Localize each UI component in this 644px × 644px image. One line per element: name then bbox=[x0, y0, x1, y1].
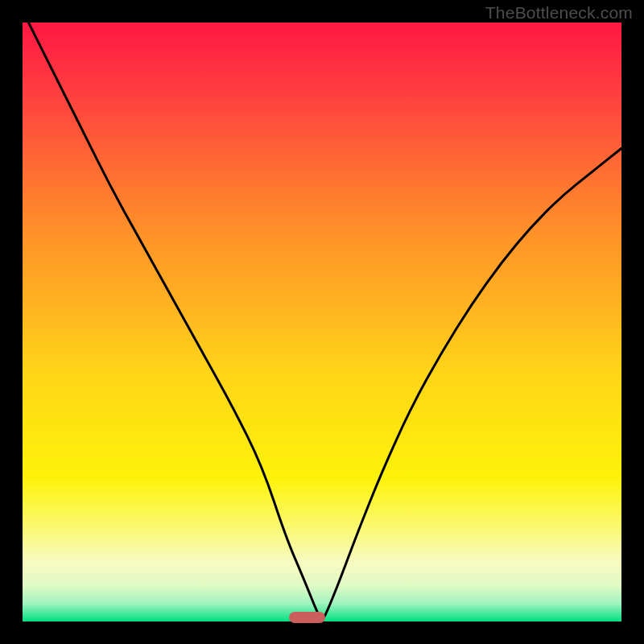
bottleneck-curve bbox=[23, 23, 621, 621]
plot-area bbox=[23, 23, 621, 621]
chart-frame: TheBottleneck.com bbox=[0, 0, 644, 644]
optimal-marker bbox=[289, 612, 325, 623]
watermark-text: TheBottleneck.com bbox=[485, 3, 633, 23]
